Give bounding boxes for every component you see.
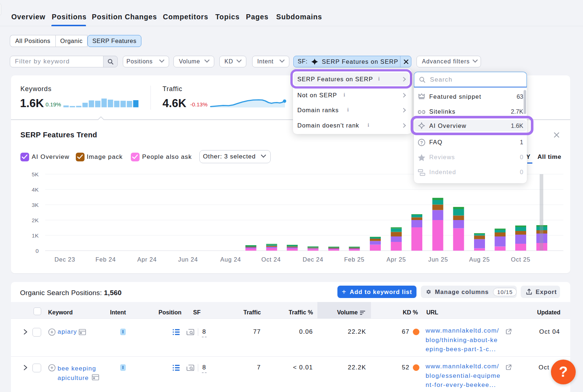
svg-text:?: ? [420, 140, 423, 145]
svg-text:Oct 24: Oct 24 [261, 256, 281, 263]
svg-text:4K: 4K [32, 187, 39, 193]
svg-text:Feb 25: Feb 25 [344, 256, 364, 263]
svg-text:Jun 24: Jun 24 [178, 256, 198, 263]
svg-text:Aug 24: Aug 24 [220, 256, 241, 263]
svg-text:2K: 2K [32, 217, 39, 223]
svg-text:3K: 3K [32, 202, 39, 208]
svg-text:Apr 25: Apr 25 [387, 256, 406, 263]
svg-text:Dec 23: Dec 23 [54, 256, 75, 263]
svg-text:0: 0 [35, 248, 39, 254]
svg-text:Feb 24: Feb 24 [95, 256, 116, 263]
svg-text:1K: 1K [32, 232, 39, 239]
svg-text:Oct 25: Oct 25 [511, 256, 530, 263]
svg-text:5K: 5K [32, 171, 39, 177]
svg-text:Dec 24: Dec 24 [302, 256, 323, 263]
svg-text:Aug 25: Aug 25 [469, 256, 490, 263]
svg-text:Apr 24: Apr 24 [137, 256, 157, 263]
svg-text:Jun 25: Jun 25 [428, 256, 448, 263]
